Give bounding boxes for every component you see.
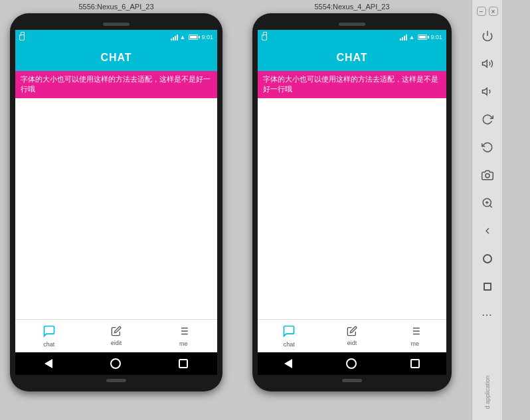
emulator-2: 5554:Nexus_4_API_23 ▲ <box>232 0 472 420</box>
nav-item-me-1[interactable]: me <box>150 325 217 347</box>
screenshot-button[interactable] <box>476 163 499 187</box>
chat-icon-1 <box>43 324 56 340</box>
status-left-2 <box>262 35 267 40</box>
home-nav-button[interactable] <box>476 247 499 271</box>
sidebar-footer-text: d application <box>484 376 491 409</box>
lock-icon-2 <box>262 35 267 40</box>
status-bar-1: ▲ 9:01 <box>15 30 217 44</box>
battery-icon-1 <box>189 35 198 40</box>
app-bar-2: CHAT <box>258 44 446 71</box>
nav-item-chat-1[interactable]: chat <box>15 324 82 348</box>
nav-label-chat-1: chat <box>43 341 54 348</box>
emulator-2-title: 5554:Nexus_4_API_23 <box>238 3 466 11</box>
phone-screen-2: ▲ 9:01 CHAT 字体的大小也可以使用这样的方法去适配，这样是不是好一行哦 <box>258 30 446 352</box>
power-button[interactable] <box>476 24 499 48</box>
rotate-button[interactable] <box>476 107 499 131</box>
time-1: 9:01 <box>201 34 213 40</box>
list-icon-2 <box>409 325 421 339</box>
edit-icon-1 <box>111 326 122 338</box>
recents-btn-2[interactable] <box>410 359 420 368</box>
zoom-button[interactable] <box>476 191 499 215</box>
phone-nav-bar-1 <box>15 352 217 375</box>
back-btn-2[interactable] <box>284 359 292 368</box>
speaker-2 <box>339 23 365 26</box>
phone-screen-1: ▲ 9:01 CHAT 字体的大小也可以使用这样的方法去适配，这样是不是好一行哦 <box>15 30 217 352</box>
nav-label-edit-2: eidt <box>347 340 357 346</box>
home-btn-1[interactable] <box>110 358 121 369</box>
chat-area-1[interactable]: 字体的大小也可以使用这样的方法去适配，这样是不是好一行哦 <box>15 71 217 319</box>
status-bar-2: ▲ 9:01 <box>258 30 446 44</box>
svg-marker-13 <box>482 60 487 68</box>
signal-bars-1 <box>171 34 178 40</box>
lock-icon-1 <box>19 35 25 40</box>
edit-icon-2 <box>347 326 357 338</box>
nav-label-me-2: me <box>410 340 419 347</box>
svg-point-15 <box>486 174 489 178</box>
back-btn-1[interactable] <box>44 359 52 368</box>
nav-label-chat-2: chat <box>284 341 295 348</box>
wifi-icon-2: ▲ <box>409 34 415 40</box>
wifi-icon-1: ▲ <box>180 34 186 40</box>
svg-line-17 <box>489 205 491 207</box>
app-title-2: CHAT <box>336 52 367 64</box>
phone-shell-2: ▲ 9:01 CHAT 字体的大小也可以使用这样的方法去适配，这样是不是好一行哦 <box>252 13 452 391</box>
nav-item-chat-2[interactable]: chat <box>258 324 321 348</box>
speaker-1 <box>103 23 130 26</box>
emulator-1: 5556:Nexus_6_API_23 ▲ <box>0 0 232 420</box>
minimize-button[interactable]: − <box>477 7 486 16</box>
recents-btn-1[interactable] <box>179 359 188 368</box>
chat-icon-2 <box>282 324 296 340</box>
nav-label-me-1: me <box>179 340 188 347</box>
home-btn-2[interactable] <box>346 358 357 369</box>
bottom-nav-2: chat eidt <box>258 319 446 352</box>
status-left-1 <box>19 35 25 40</box>
close-button[interactable]: × <box>489 7 498 16</box>
status-right-2: ▲ 9:01 <box>400 34 442 40</box>
nav-label-edit-1: eidit <box>111 340 122 346</box>
phone-nav-bar-2 <box>258 352 446 375</box>
chat-message-1: 字体的大小也可以使用这样的方法去适配，这样是不是好一行哦 <box>15 71 217 98</box>
back-nav-button[interactable] <box>476 219 499 243</box>
volume-down-button[interactable] <box>476 80 499 104</box>
nav-item-edit-2[interactable]: eidt <box>321 326 384 346</box>
phone-shell-1: ▲ 9:01 CHAT 字体的大小也可以使用这样的方法去适配，这样是不是好一行哦 <box>10 13 222 391</box>
right-sidebar: − × <box>472 0 502 420</box>
status-right-1: ▲ 9:01 <box>171 34 213 40</box>
nav-item-edit-1[interactable]: eidit <box>82 326 149 346</box>
emulator-1-title: 5556:Nexus_6_API_23 <box>5 3 227 11</box>
volume-up-button[interactable] <box>476 52 499 76</box>
bottom-dot-2 <box>342 379 362 382</box>
time-2: 9:01 <box>430 34 442 40</box>
bottom-nav-1: chat eidit <box>15 319 217 352</box>
nav-item-me-2[interactable]: me <box>383 325 446 347</box>
more-button[interactable]: ⋯ <box>476 303 499 326</box>
list-icon-1 <box>177 325 189 339</box>
recents-nav-button[interactable] <box>476 275 499 299</box>
app-bar-1: CHAT <box>15 44 217 71</box>
bottom-dot-1 <box>106 379 126 382</box>
chat-area-2[interactable]: 字体的大小也可以使用这样的方法去适配，这样是不是好一行哦 <box>258 71 446 319</box>
chat-message-2: 字体的大小也可以使用这样的方法去适配，这样是不是好一行哦 <box>258 71 446 98</box>
battery-icon-2 <box>418 35 427 40</box>
signal-bars-2 <box>400 34 407 40</box>
rotate-reverse-button[interactable] <box>476 135 499 159</box>
app-title-1: CHAT <box>100 52 132 64</box>
svg-marker-14 <box>482 88 487 96</box>
